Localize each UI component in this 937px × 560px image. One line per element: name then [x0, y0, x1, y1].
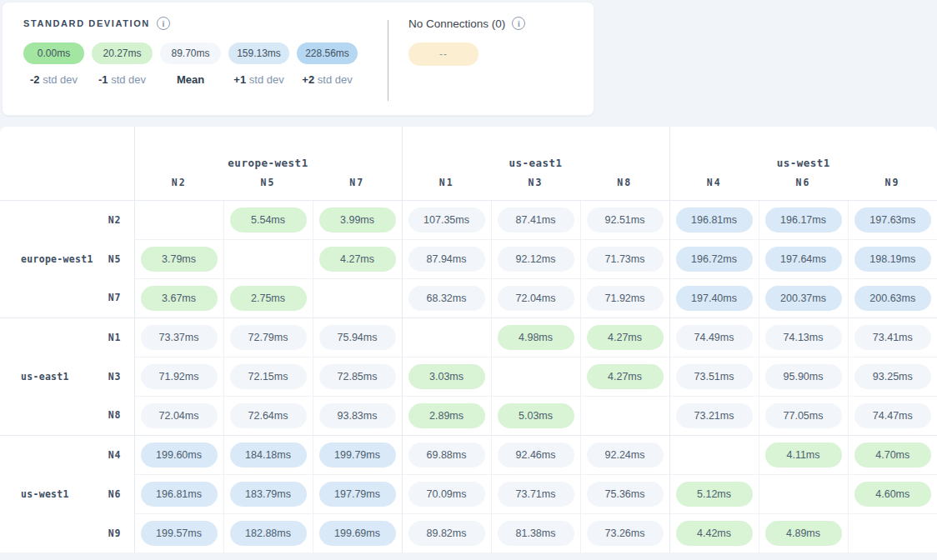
latency-pill[interactable]: 73.51ms — [676, 364, 753, 389]
latency-pill[interactable]: 4.42ms — [676, 521, 753, 546]
latency-pill[interactable]: 2.89ms — [408, 403, 485, 428]
latency-cell: 3.67ms — [134, 278, 223, 318]
latency-pill[interactable]: 4.98ms — [498, 325, 574, 350]
latency-pill[interactable]: 196.72ms — [676, 247, 753, 272]
latency-pill[interactable]: 199.79ms — [319, 442, 396, 468]
latency-pill[interactable]: 2.75ms — [230, 286, 307, 311]
latency-pill[interactable]: 72.85ms — [319, 364, 396, 389]
matrix-row: europe-west1N25.54ms3.99ms107.35ms87.41m… — [0, 200, 937, 239]
latency-matrix: europe-west1us-east1us-west1N2N5N7N1N3N8… — [0, 127, 937, 552]
latency-pill[interactable]: 95.90ms — [765, 364, 842, 389]
matrix-corner — [0, 127, 134, 200]
info-icon[interactable] — [512, 17, 525, 30]
latency-pill[interactable]: 5.03ms — [498, 403, 574, 428]
latency-pill[interactable]: 72.15ms — [230, 364, 307, 389]
latency-pill[interactable]: 73.37ms — [141, 325, 218, 350]
latency-pill[interactable]: 197.40ms — [676, 286, 753, 311]
latency-pill[interactable]: 4.27ms — [587, 364, 664, 389]
latency-pill[interactable]: 197.63ms — [854, 208, 931, 232]
latency-cell: 4.70ms — [848, 435, 937, 474]
latency-pill[interactable]: 4.60ms — [854, 482, 931, 507]
latency-pill[interactable]: 73.41ms — [854, 325, 931, 350]
latency-pill[interactable]: 92.12ms — [498, 247, 574, 272]
latency-cell: 199.60ms — [134, 435, 223, 474]
latency-pill[interactable]: 197.79ms — [319, 482, 396, 507]
latency-pill[interactable]: 75.94ms — [319, 325, 396, 350]
latency-pill[interactable]: 200.37ms — [765, 286, 842, 311]
latency-pill[interactable]: 4.11ms — [765, 442, 842, 468]
legend-item: 20.27ms -1 std dev — [92, 42, 153, 86]
latency-pill[interactable]: 74.49ms — [676, 325, 753, 350]
row-node-header: N2 — [90, 200, 134, 239]
latency-pill[interactable]: 71.92ms — [141, 364, 218, 389]
latency-pill[interactable]: 107.35ms — [408, 208, 485, 232]
no-connection-pill: -- — [408, 42, 479, 66]
latency-pill[interactable]: 4.70ms — [854, 442, 931, 468]
latency-pill[interactable]: 71.92ms — [587, 286, 664, 311]
latency-pill[interactable]: 92.46ms — [498, 442, 574, 468]
latency-pill[interactable]: 73.26ms — [587, 521, 664, 546]
latency-cell: 196.17ms — [759, 200, 848, 239]
latency-pill[interactable]: 87.41ms — [498, 208, 574, 232]
latency-pill[interactable]: 3.99ms — [319, 208, 396, 232]
latency-cell — [848, 513, 937, 552]
latency-cell: 4.42ms — [669, 513, 759, 552]
latency-pill[interactable]: 72.04ms — [141, 403, 218, 428]
latency-pill[interactable]: 92.24ms — [587, 442, 664, 468]
latency-cell: 4.98ms — [491, 318, 580, 357]
latency-pill[interactable]: 5.12ms — [676, 482, 753, 507]
latency-pill[interactable]: 72.64ms — [230, 403, 307, 428]
latency-pill[interactable]: 72.79ms — [230, 325, 307, 350]
latency-pill[interactable]: 196.17ms — [765, 208, 842, 232]
latency-cell: 198.19ms — [848, 239, 937, 278]
latency-pill[interactable]: 183.79ms — [230, 482, 307, 507]
latency-pill[interactable]: 4.27ms — [587, 325, 664, 350]
latency-cell: 199.79ms — [313, 435, 402, 474]
latency-cell: 3.03ms — [402, 357, 491, 396]
latency-pill[interactable]: 4.27ms — [319, 247, 396, 272]
latency-pill[interactable]: 69.88ms — [408, 442, 485, 468]
latency-pill[interactable]: 73.71ms — [498, 482, 574, 507]
row-region-header: us-west1 — [0, 435, 90, 552]
legend-item: 159.13ms +1 std dev — [228, 42, 289, 86]
latency-pill[interactable]: 70.09ms — [408, 482, 485, 507]
legend-card: STANDARD DEVIATION 0.00ms -2 std dev 20.… — [2, 2, 594, 116]
latency-pill[interactable]: 182.88ms — [230, 521, 307, 546]
latency-pill[interactable]: 184.18ms — [230, 442, 307, 468]
latency-pill[interactable]: 197.64ms — [765, 247, 842, 272]
latency-pill[interactable]: 196.81ms — [141, 482, 218, 507]
latency-pill[interactable]: 3.67ms — [141, 286, 218, 311]
latency-cell: 74.47ms — [848, 396, 937, 435]
latency-pill[interactable]: 92.51ms — [587, 208, 664, 232]
latency-pill[interactable]: 4.89ms — [765, 521, 842, 546]
latency-cell: 199.57ms — [134, 513, 223, 552]
latency-pill[interactable]: 198.19ms — [854, 247, 931, 272]
latency-pill[interactable]: 75.36ms — [587, 482, 664, 507]
latency-pill[interactable]: 5.54ms — [230, 208, 307, 232]
latency-pill[interactable]: 87.94ms — [408, 247, 485, 272]
info-icon[interactable] — [157, 17, 170, 30]
column-region-header: us-west1 — [669, 127, 937, 175]
latency-pill[interactable]: 199.69ms — [319, 521, 396, 546]
latency-pill[interactable]: 93.83ms — [319, 403, 396, 428]
legend-pill-plus2: 228.56ms — [297, 42, 358, 64]
latency-pill[interactable]: 77.05ms — [765, 403, 842, 428]
latency-pill[interactable]: 89.82ms — [408, 521, 485, 546]
latency-pill[interactable]: 3.03ms — [408, 364, 485, 389]
latency-pill[interactable]: 93.25ms — [854, 364, 931, 389]
latency-pill[interactable]: 81.38ms — [498, 521, 574, 546]
matrix-row: N872.04ms72.64ms93.83ms2.89ms5.03ms73.21… — [0, 396, 937, 435]
latency-pill[interactable]: 199.57ms — [141, 521, 218, 546]
latency-pill[interactable]: 68.32ms — [408, 286, 485, 311]
row-node-header: N1 — [90, 318, 134, 357]
latency-pill[interactable]: 199.60ms — [141, 442, 218, 468]
latency-pill[interactable]: 3.79ms — [141, 247, 218, 272]
latency-cell: 81.38ms — [491, 513, 580, 552]
latency-pill[interactable]: 73.21ms — [676, 403, 753, 428]
latency-pill[interactable]: 71.73ms — [587, 247, 664, 272]
latency-pill[interactable]: 196.81ms — [676, 208, 753, 232]
latency-pill[interactable]: 72.04ms — [498, 286, 574, 311]
latency-pill[interactable]: 74.13ms — [765, 325, 842, 350]
latency-pill[interactable]: 74.47ms — [854, 403, 931, 428]
latency-pill[interactable]: 200.63ms — [854, 286, 931, 311]
